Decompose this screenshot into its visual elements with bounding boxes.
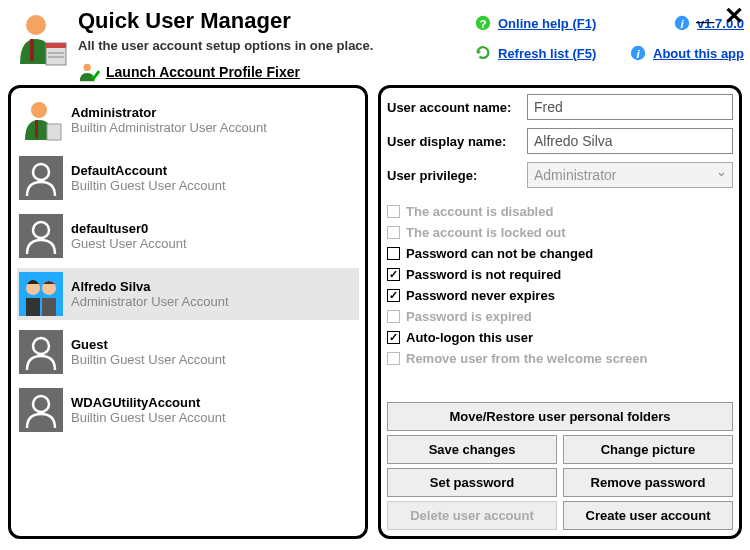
minimize-button[interactable]: _	[696, 3, 714, 13]
check-row: The account is locked out	[387, 225, 733, 240]
refresh-icon	[474, 44, 492, 62]
svg-point-17	[33, 222, 49, 238]
display-name-input[interactable]	[527, 128, 733, 154]
remove-password-button[interactable]: Remove password	[563, 468, 733, 497]
check-label: Password can not be changed	[406, 246, 593, 261]
user-desc: Administrator User Account	[71, 294, 229, 309]
check-label: The account is disabled	[406, 204, 553, 219]
info-icon: i	[629, 44, 647, 62]
user-item[interactable]: defaultuser0Guest User Account	[17, 210, 359, 262]
user-avatar	[19, 272, 63, 316]
user-name: defaultuser0	[71, 221, 187, 236]
launch-profile-fixer-link[interactable]: Launch Account Profile Fixer	[106, 64, 300, 80]
account-name-label: User account name:	[387, 100, 527, 115]
svg-point-16	[33, 164, 49, 180]
checkbox	[387, 310, 400, 323]
user-item[interactable]: DefaultAccountBuiltin Guest User Account	[17, 152, 359, 204]
user-item[interactable]: WDAGUtilityAccountBuiltin Guest User Acc…	[17, 384, 359, 436]
svg-point-24	[33, 396, 49, 412]
move-restore-button[interactable]: Move/Restore user personal folders	[387, 402, 733, 431]
user-desc: Guest User Account	[71, 236, 187, 251]
svg-rect-22	[42, 298, 56, 316]
user-desc: Builtin Administrator User Account	[71, 120, 267, 135]
app-title: Quick User Manager	[78, 8, 474, 34]
check-label: Password is not required	[406, 267, 561, 282]
check-row[interactable]: Password can not be changed	[387, 246, 733, 261]
user-desc: Builtin Guest User Account	[71, 410, 226, 425]
user-detail-panel: User account name: User display name: Us…	[378, 85, 742, 539]
user-name: WDAGUtilityAccount	[71, 395, 226, 410]
svg-point-0	[26, 15, 46, 35]
checkbox[interactable]	[387, 247, 400, 260]
create-user-button[interactable]: Create user account	[563, 501, 733, 530]
save-button[interactable]: Save changes	[387, 435, 557, 464]
svg-rect-21	[26, 298, 40, 316]
check-row[interactable]: ✓Auto-logon this user	[387, 330, 733, 345]
person-check-icon	[78, 61, 100, 83]
check-row: Password is expired	[387, 309, 733, 324]
check-row[interactable]: ✓Password is not required	[387, 267, 733, 282]
app-tagline: All the user account setup options in on…	[78, 38, 474, 53]
check-label: Remove user from the welcome screen	[406, 351, 647, 366]
check-label: The account is locked out	[406, 225, 566, 240]
checkbox	[387, 352, 400, 365]
check-label: Password is expired	[406, 309, 532, 324]
check-row[interactable]: ✓Password never expires	[387, 288, 733, 303]
change-picture-button[interactable]: Change picture	[563, 435, 733, 464]
privilege-label: User privilege:	[387, 168, 527, 183]
svg-text:?: ?	[479, 17, 486, 30]
close-button[interactable]: ✕	[724, 2, 744, 30]
refresh-link[interactable]: Refresh list (F5)	[498, 46, 596, 61]
online-help-link[interactable]: Online help (F1)	[498, 16, 596, 31]
svg-point-23	[33, 338, 49, 354]
svg-rect-15	[47, 124, 61, 140]
user-name: Alfredo Silva	[71, 279, 229, 294]
about-link[interactable]: About this app	[653, 46, 744, 61]
user-desc: Builtin Guest User Account	[71, 352, 226, 367]
check-row: The account is disabled	[387, 204, 733, 219]
svg-rect-3	[46, 43, 66, 48]
privilege-select[interactable]: Administrator	[527, 162, 733, 188]
checkbox[interactable]: ✓	[387, 331, 400, 344]
user-avatar	[19, 98, 63, 142]
check-label: Auto-logon this user	[406, 330, 533, 345]
user-item[interactable]: AdministratorBuiltin Administrator User …	[17, 94, 359, 146]
user-avatar	[19, 156, 63, 200]
user-avatar	[19, 330, 63, 374]
check-label: Password never expires	[406, 288, 555, 303]
checkbox[interactable]: ✓	[387, 289, 400, 302]
checkbox[interactable]: ✓	[387, 268, 400, 281]
app-logo	[10, 9, 70, 69]
delete-user-button: Delete user account	[387, 501, 557, 530]
user-avatar	[19, 214, 63, 258]
check-row: Remove user from the welcome screen	[387, 351, 733, 366]
user-item[interactable]: GuestBuiltin Guest User Account	[17, 326, 359, 378]
svg-point-6	[84, 64, 91, 71]
account-name-input[interactable]	[527, 94, 733, 120]
svg-point-13	[31, 102, 47, 118]
user-item[interactable]: Alfredo SilvaAdministrator User Account	[17, 268, 359, 320]
user-avatar	[19, 388, 63, 432]
user-name: Guest	[71, 337, 226, 352]
display-name-label: User display name:	[387, 134, 527, 149]
checkbox	[387, 226, 400, 239]
user-name: Administrator	[71, 105, 267, 120]
svg-rect-14	[35, 120, 38, 138]
user-list: AdministratorBuiltin Administrator User …	[8, 85, 368, 539]
svg-rect-1	[30, 39, 34, 61]
user-name: DefaultAccount	[71, 163, 226, 178]
checkbox	[387, 205, 400, 218]
help-icon: ?	[474, 14, 492, 32]
info-icon: i	[673, 14, 691, 32]
svg-rect-18	[19, 272, 63, 316]
user-desc: Builtin Guest User Account	[71, 178, 226, 193]
set-password-button[interactable]: Set password	[387, 468, 557, 497]
